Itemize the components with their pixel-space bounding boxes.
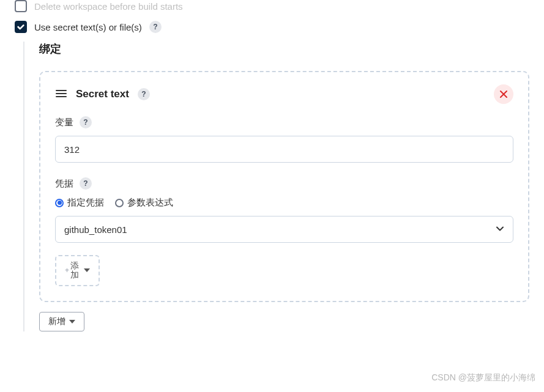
add-credential-button[interactable]: + 添 加	[55, 255, 100, 286]
radio-specific-credential[interactable]: 指定凭据	[55, 197, 104, 209]
help-icon[interactable]: ?	[149, 21, 162, 33]
bindings-title: 绑定	[39, 42, 529, 56]
new-button-label: 新增	[48, 316, 65, 327]
use-secret-checkbox[interactable]	[15, 21, 27, 33]
radio-parameter-expression[interactable]: 参数表达式	[115, 197, 173, 209]
remove-binding-button[interactable]	[494, 84, 513, 104]
add-button-label: 添 加	[70, 261, 79, 280]
help-icon[interactable]: ?	[80, 177, 92, 190]
radio-icon	[115, 199, 124, 207]
watermark-text: CSDN @菠萝屋里的小海绵	[431, 372, 535, 383]
credential-label: 凭据	[55, 178, 73, 190]
caret-down-icon	[69, 317, 75, 327]
credential-select[interactable]: github_token01	[55, 216, 513, 243]
drag-handle-icon[interactable]	[55, 89, 67, 100]
credential-selected-value: github_token01	[64, 224, 127, 235]
help-icon[interactable]: ?	[138, 88, 150, 100]
use-secret-label: Use secret text(s) or file(s)	[34, 22, 142, 32]
plus-icon: +	[65, 266, 69, 275]
svg-marker-6	[69, 320, 75, 324]
radio-specific-label: 指定凭据	[67, 197, 104, 209]
delete-workspace-checkbox[interactable]	[15, 0, 27, 12]
close-icon	[499, 90, 508, 98]
radio-icon	[55, 199, 64, 207]
secret-text-binding-box: Secret text ? 变量 ? 凭据 ?	[39, 71, 529, 302]
caret-down-icon	[84, 265, 90, 275]
variable-label: 变量	[55, 117, 73, 128]
radio-expression-label: 参数表达式	[127, 197, 173, 209]
delete-workspace-label: Delete workspace before build starts	[34, 1, 183, 12]
new-binding-button[interactable]: 新增	[39, 312, 84, 331]
variable-input[interactable]	[55, 136, 513, 163]
secret-text-header: Secret text	[76, 88, 129, 100]
help-icon[interactable]: ?	[80, 116, 92, 128]
svg-marker-5	[84, 268, 90, 272]
